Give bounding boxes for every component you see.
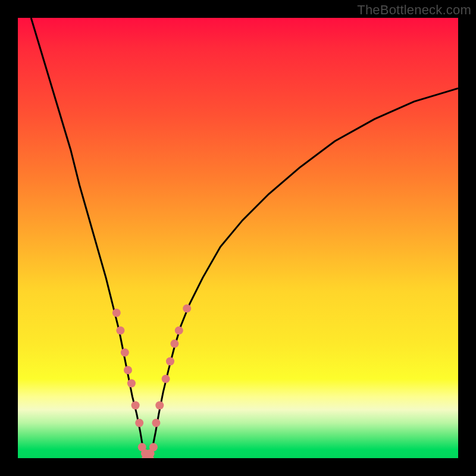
plot-area — [18, 18, 458, 458]
data-marker — [162, 375, 170, 383]
markers-floor — [138, 443, 158, 459]
data-marker — [124, 366, 132, 374]
data-marker — [112, 309, 121, 317]
markers-left — [112, 309, 143, 427]
data-marker — [155, 401, 164, 409]
watermark-text: TheBottleneck.com — [357, 2, 471, 18]
markers-right — [152, 304, 191, 427]
data-marker — [166, 357, 174, 365]
data-marker — [175, 326, 183, 334]
chart-frame: TheBottleneck.com — [0, 0, 476, 476]
data-marker — [121, 348, 129, 356]
data-marker — [149, 443, 158, 452]
curve-left — [31, 18, 145, 458]
curve-right — [151, 88, 459, 458]
data-marker — [131, 401, 140, 409]
data-marker — [170, 340, 178, 348]
data-marker — [183, 304, 191, 312]
data-marker — [135, 419, 143, 427]
data-marker — [152, 419, 160, 427]
data-marker — [116, 326, 124, 334]
data-marker — [127, 379, 136, 387]
chart-svg — [18, 18, 458, 458]
